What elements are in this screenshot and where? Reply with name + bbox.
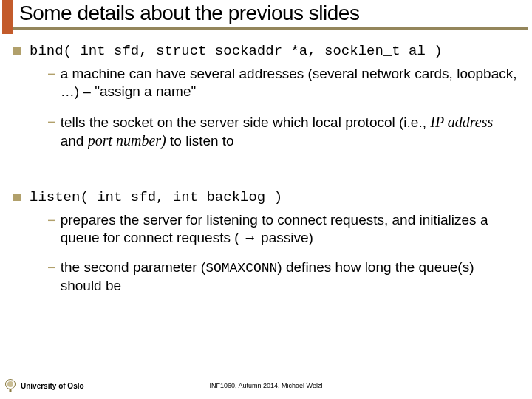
dash-icon: − — [47, 211, 56, 229]
svg-point-1 — [7, 381, 13, 387]
arrow-icon: → — [243, 230, 257, 245]
dash-icon: − — [47, 113, 56, 131]
footer-center-text: INF1060, Autumn 2014, Michael Welzl — [210, 382, 323, 389]
title-area: Some details about the previous slides — [0, 0, 532, 27]
italic-term: port number) — [88, 132, 166, 149]
slide-title: Some details about the previous slides — [13, 0, 532, 27]
text-run: the second parameter ( — [61, 259, 205, 275]
text-run: passive) — [257, 230, 313, 245]
spacer — [13, 163, 519, 189]
sub-text: tells the socket on the server side whic… — [61, 113, 519, 151]
sub-item: − the second parameter (SOMAXCONN) defin… — [47, 259, 519, 295]
sub-text: the second parameter (SOMAXCONN) defines… — [61, 259, 519, 295]
bullet-item: listen( int sfd, int backlog ) — [13, 189, 519, 205]
sub-item: − prepares the server for listening to c… — [47, 211, 519, 248]
svg-rect-2 — [10, 389, 12, 392]
sub-item: − a machine can have several addresses (… — [47, 65, 519, 101]
university-seal-icon — [4, 378, 16, 393]
sub-list: − a machine can have several addresses (… — [13, 65, 519, 151]
dash-icon: − — [47, 65, 56, 83]
code-signature: bind( int sfd, struct sockaddr *a, sockl… — [30, 43, 443, 59]
code-signature: listen( int sfd, int backlog ) — [30, 189, 282, 205]
text-run: a machine can have several addresses (se… — [61, 66, 517, 99]
italic-term: IP address — [430, 114, 493, 130]
bullet-item: bind( int sfd, struct sockaddr *a, sockl… — [13, 43, 519, 59]
slide: Some details about the previous slides b… — [0, 0, 532, 399]
text-run: to listen to — [166, 133, 234, 149]
mono-constant: SOMAXCONN — [205, 261, 277, 276]
title-accent-bar — [2, 0, 13, 34]
text-run: tells the socket on the server side whic… — [61, 115, 431, 130]
bullet-square-icon — [13, 47, 21, 55]
footer: University of Oslo INF1060, Autumn 2014,… — [0, 378, 532, 393]
sub-item: − tells the socket on the server side wh… — [47, 113, 519, 151]
bullet-square-icon — [13, 194, 21, 201]
sub-list: − prepares the server for listening to c… — [13, 211, 519, 296]
text-run: and — [61, 133, 88, 149]
sub-text: prepares the server for listening to con… — [61, 211, 519, 248]
dash-icon: − — [47, 259, 56, 276]
content-area: bind( int sfd, struct sockaddr *a, sockl… — [0, 30, 532, 296]
sub-text: a machine can have several addresses (se… — [61, 65, 519, 101]
university-name: University of Oslo — [21, 382, 84, 390]
